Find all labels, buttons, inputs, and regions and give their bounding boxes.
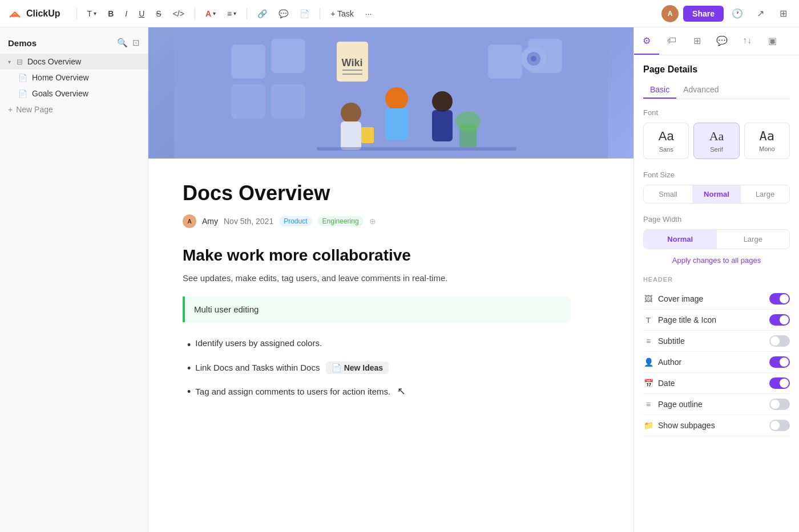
comment-btn[interactable]: 💬 [275,7,292,21]
author-toggle[interactable] [769,356,790,368]
panel-tab-settings[interactable]: ⚙ [634,27,659,55]
page-outline-toggle[interactable] [769,399,790,410]
code-btn[interactable]: </> [170,7,188,21]
toggle-date: 📅 Date [643,373,790,394]
svg-rect-4 [271,84,305,119]
subpages-label: Show subpages [658,421,715,430]
font-size-options: Small Normal Large [643,185,790,204]
task-btn[interactable]: + Task [327,7,357,21]
sidebar-item-goals-overview[interactable]: 📄 Goals Overview [0,86,148,101]
toggle-author: 👤 Author [643,352,790,373]
bullet-item-2: • Link Docs and Tasks within Docs 📄 New … [187,357,571,380]
cover-image-toggle[interactable] [769,293,790,304]
page-title-toggle[interactable] [769,314,790,326]
page-title-label: Page title & Icon [658,315,716,324]
panel-tab-grid[interactable]: ⊞ [684,27,709,55]
sidebar-item-label: Goals Overview [32,89,88,98]
chip-label: New Ideas [344,363,383,372]
underline-btn[interactable]: U [135,7,148,21]
inline-chip[interactable]: 📄 New Ideas [326,362,389,374]
panel-subtab-basic[interactable]: Basic [643,82,676,99]
svg-rect-5 [488,44,522,79]
tag-settings-icon[interactable]: ⊕ [369,217,376,226]
panel-tab-sort[interactable]: ↑↓ [735,27,760,55]
apply-all-pages-link[interactable]: Apply changes to all pages [643,256,790,265]
toolbar-divider-3 [247,8,247,19]
doc-author: Amy [202,217,218,226]
font-size-label: Font Size [643,170,790,179]
logo[interactable]: ClickUp [7,6,60,22]
cursor-icon: ↖ [397,385,406,397]
doc-heading: Make work more collaborative [183,246,571,265]
sidebar-item-home-overview[interactable]: 📄 Home Overview [0,70,148,86]
link-btn[interactable]: 🔗 [254,7,271,21]
size-normal[interactable]: Normal [692,185,741,203]
panel-tab-comment[interactable]: 💬 [709,27,735,55]
doc-btn[interactable]: 📄 [296,7,313,21]
doc-title: Docs Overview [183,181,571,205]
tag-engineering[interactable]: Engineering [318,216,364,226]
panel-tabs: ⚙ 🏷 ⊞ 💬 ↑↓ ▣ [634,27,799,55]
date-toggle[interactable] [769,377,790,389]
toggle-page-title: T Page title & Icon [643,310,790,331]
panel-subtab-advanced[interactable]: Advanced [676,82,725,99]
subpages-toggle[interactable] [769,420,790,431]
align-btn[interactable]: ≡ ▾ [224,7,240,21]
more-btn[interactable]: ··· [362,7,376,21]
svg-point-20 [531,56,536,62]
date-label: Date [658,379,675,388]
export-button[interactable]: ↗ [751,5,769,23]
width-normal[interactable]: Normal [644,230,717,249]
toggle-cover-image: 🖼 Cover image [643,289,790,310]
doc-body-text: See updates, make edits, tag users, and … [183,271,571,285]
size-large[interactable]: Large [741,185,789,203]
text-format-btn[interactable]: T ▾ [84,7,100,21]
history-button[interactable]: 🕐 [728,5,746,23]
svg-rect-23 [317,147,516,151]
sidebar-header: Demos 🔍 ⊡ [0,34,148,54]
toggle-show-subpages: 📁 Show subpages [643,415,790,436]
width-large[interactable]: Large [717,230,790,249]
subtitle-toggle[interactable] [769,335,790,347]
panel-sub-tabs: Basic Advanced [643,82,790,99]
share-button[interactable]: Share [683,6,724,22]
doc-meta: A Amy Nov 5th, 2021 Product Engineering … [183,214,571,228]
svg-rect-17 [432,110,453,141]
sidebar-collapse-btn[interactable]: ⊡ [132,38,140,48]
callout-block: Multi user editing [183,297,571,322]
tag-product[interactable]: Product [279,216,312,226]
font-mono[interactable]: Aa Mono [744,123,790,159]
size-small[interactable]: Small [644,185,692,203]
new-page-plus-icon: + [8,105,13,114]
sidebar-item-label: Home Overview [32,73,89,82]
panel-tab-layout[interactable]: ▣ [760,27,785,55]
strikethrough-btn[interactable]: S [152,7,164,21]
toolbar-divider-1 [76,8,77,19]
sidebar-search-btn[interactable]: 🔍 [117,38,128,48]
new-page-button[interactable]: + New Page [0,101,148,117]
layout-button[interactable]: ⊞ [774,5,792,23]
sidebar-item-docs-overview[interactable]: ▾ ⊟ Docs Overview [0,54,148,70]
bold-btn[interactable]: B [104,7,117,21]
author-icon: 👤 [643,358,653,367]
font-color-btn[interactable]: A ▾ [202,7,219,21]
cover-image-icon: 🖼 [643,294,653,303]
main-area: Demos 🔍 ⊡ ▾ ⊟ Docs Overview 📄 Home Overv… [0,27,799,532]
user-avatar[interactable]: A [661,5,679,22]
font-sans[interactable]: Aa Sans [643,123,689,159]
doc-body: Docs Overview A Amy Nov 5th, 2021 Produc… [148,159,605,427]
italic-btn[interactable]: I [122,7,131,21]
panel-tab-tag[interactable]: 🏷 [659,27,684,55]
font-sans-aa: Aa [659,129,674,144]
page-outline-icon: ≡ [643,400,653,409]
svg-rect-1 [231,44,265,79]
font-sans-label: Sans [659,146,673,153]
bullet-dot: • [187,338,191,352]
svg-point-16 [432,91,453,112]
svg-rect-2 [271,39,305,73]
svg-rect-13 [361,127,374,143]
svg-point-14 [385,87,408,110]
sidebar-page-icon: 📄 [18,74,27,82]
font-serif[interactable]: Aa Serif [693,123,739,159]
sidebar-header-icons: 🔍 ⊡ [117,38,140,48]
